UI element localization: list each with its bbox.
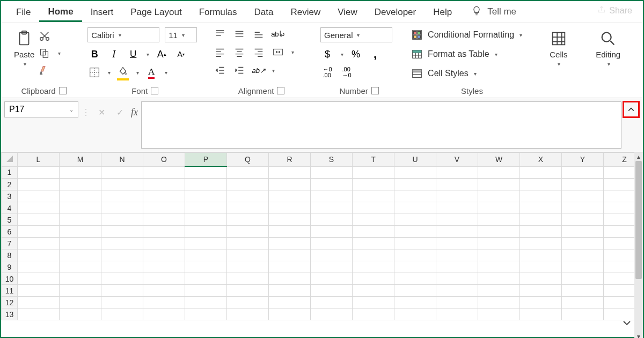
cell[interactable] [60, 179, 101, 190]
cell[interactable] [60, 285, 101, 297]
cell[interactable] [394, 238, 436, 249]
cell[interactable] [394, 261, 436, 273]
cell[interactable] [436, 238, 478, 249]
row-header[interactable]: 11 [2, 285, 18, 297]
cell[interactable] [101, 261, 143, 273]
cell[interactable] [269, 226, 311, 238]
cell[interactable] [101, 273, 143, 285]
cell[interactable] [18, 261, 60, 273]
tab-view[interactable]: View [329, 3, 366, 21]
cell[interactable] [311, 297, 353, 308]
chevron-down-icon[interactable]: ▾ [291, 49, 294, 55]
column-header[interactable]: P [185, 153, 227, 167]
cell[interactable] [101, 190, 143, 202]
italic-button[interactable]: I [107, 48, 121, 61]
cell[interactable] [185, 166, 227, 179]
cell[interactable] [353, 285, 394, 297]
tab-formulas[interactable]: Formulas [191, 3, 246, 21]
chevron-down-icon[interactable]: ▾ [136, 70, 139, 76]
cell[interactable] [269, 238, 311, 249]
shrink-font-button[interactable]: A▾ [174, 48, 188, 61]
cell[interactable] [311, 261, 353, 273]
cell[interactable] [60, 190, 101, 202]
cell[interactable] [311, 238, 353, 249]
cell[interactable] [353, 202, 394, 214]
cells-button[interactable]: Cells ▾ [546, 27, 571, 69]
cell[interactable] [562, 249, 604, 261]
row-header[interactable]: 10 [2, 273, 18, 285]
cell[interactable] [562, 179, 604, 190]
cell[interactable] [101, 297, 143, 308]
share-button[interactable]: Share [597, 5, 632, 16]
cell[interactable] [478, 238, 520, 249]
cell[interactable] [353, 226, 394, 238]
cell[interactable] [18, 238, 60, 249]
orientation-button[interactable]: ab↗ [252, 64, 266, 77]
cell[interactable] [520, 214, 562, 226]
cell[interactable] [353, 249, 394, 261]
cell[interactable] [562, 297, 604, 308]
cell[interactable] [394, 190, 436, 202]
cell[interactable] [478, 273, 520, 285]
scroll-up-button[interactable]: ▲ [634, 152, 643, 161]
cell[interactable] [520, 238, 562, 249]
column-header[interactable]: V [436, 153, 478, 167]
cell[interactable] [185, 190, 227, 202]
cell[interactable] [227, 190, 269, 202]
cell[interactable] [436, 179, 478, 190]
cell[interactable] [353, 297, 394, 308]
column-header[interactable]: N [101, 153, 143, 167]
cell[interactable] [436, 285, 478, 297]
paste-button[interactable]: Paste ▾ [11, 27, 38, 69]
comma-format-button[interactable]: , [368, 48, 382, 61]
cell[interactable] [353, 261, 394, 273]
cell[interactable] [227, 297, 269, 308]
cell[interactable] [353, 190, 394, 202]
font-size-combo[interactable]: 11▾ [165, 27, 197, 42]
cell[interactable] [311, 285, 353, 297]
cell[interactable] [143, 261, 185, 273]
scrollbar-thumb[interactable] [635, 161, 642, 279]
row-header[interactable]: 13 [2, 308, 18, 320]
cell[interactable] [18, 166, 60, 179]
select-all-corner[interactable] [2, 153, 18, 167]
column-header[interactable]: S [311, 153, 353, 167]
number-format-combo[interactable]: General▾ [320, 27, 392, 42]
cell[interactable] [562, 308, 604, 320]
merge-center-button[interactable] [271, 46, 285, 58]
column-header[interactable]: X [520, 153, 562, 167]
cell[interactable] [353, 238, 394, 249]
cell[interactable] [101, 249, 143, 261]
cell[interactable] [60, 202, 101, 214]
cell[interactable] [60, 297, 101, 308]
cell[interactable] [311, 179, 353, 190]
cell[interactable] [520, 202, 562, 214]
cell[interactable] [562, 226, 604, 238]
cell[interactable] [60, 214, 101, 226]
cell[interactable] [101, 226, 143, 238]
cell[interactable] [185, 238, 227, 249]
cell[interactable] [18, 226, 60, 238]
cell[interactable] [143, 226, 185, 238]
cell[interactable] [143, 297, 185, 308]
cell[interactable] [143, 190, 185, 202]
cell[interactable] [353, 273, 394, 285]
editing-button[interactable]: Editing ▾ [592, 27, 624, 69]
cell[interactable] [18, 297, 60, 308]
column-header[interactable]: Q [227, 153, 269, 167]
chevron-down-icon[interactable]: ▾ [165, 70, 167, 76]
cell[interactable] [101, 179, 143, 190]
borders-button[interactable] [87, 66, 101, 79]
cell[interactable] [227, 285, 269, 297]
cell[interactable] [227, 249, 269, 261]
cell[interactable] [436, 261, 478, 273]
cancel-formula-button[interactable]: ✕ [94, 106, 108, 119]
conditional-formatting-button[interactable]: Conditional Formatting ▾ [408, 27, 524, 42]
row-header[interactable]: 2 [2, 179, 18, 190]
cell[interactable] [18, 214, 60, 226]
chevron-down-icon[interactable]: ▾ [272, 68, 275, 74]
cell[interactable] [143, 238, 185, 249]
cell[interactable] [101, 285, 143, 297]
tab-developer[interactable]: Developer [366, 3, 425, 21]
cell[interactable] [101, 308, 143, 320]
